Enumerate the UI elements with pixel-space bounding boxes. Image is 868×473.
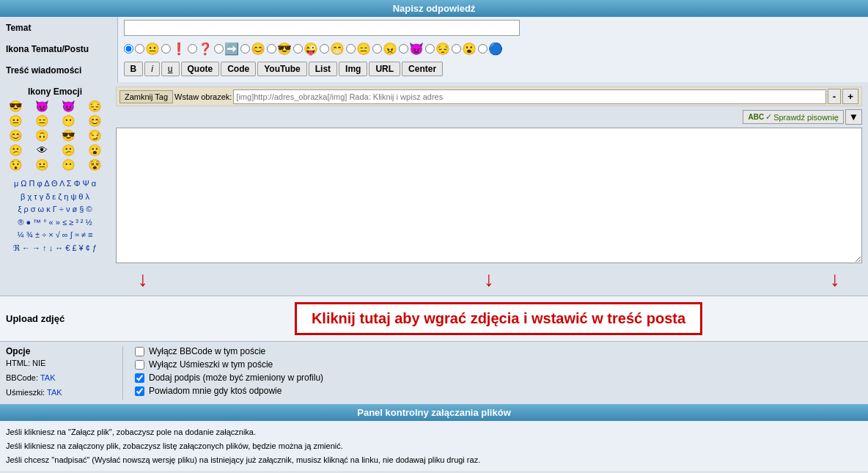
html-label: HTML: <box>6 359 30 367</box>
post-icon-5: 😊 <box>251 42 265 56</box>
smilies-value-link[interactable]: TAK <box>47 388 62 397</box>
message-textarea[interactable] <box>116 128 862 263</box>
icon-radio-4[interactable]: ➡️ <box>214 42 239 56</box>
emoji-grid: 😎 😈 😈 😔 😐 😑 😶 😊 😊 🙃 😎 😏 😕 👁 😕 😮 😯 😐 😶 <box>3 100 107 172</box>
emoji-20[interactable]: 😵 <box>82 158 107 172</box>
underline-button[interactable]: u <box>161 62 180 76</box>
emoji-18[interactable]: 😐 <box>29 158 54 172</box>
youtube-button[interactable]: YouTube <box>257 62 307 76</box>
icon-radio-12[interactable]: 😔 <box>425 42 450 56</box>
list-button[interactable]: List <box>309 62 337 76</box>
emoji-10[interactable]: 🙃 <box>29 129 54 142</box>
icon-cell: 😐 ❗ ❓ ➡️ 😊 😎 😜 😁 😑 😠 😈 😔 😮 🔵 <box>117 39 868 59</box>
option-signature-checkbox[interactable] <box>135 373 144 383</box>
emoji-4[interactable]: 😔 <box>82 100 107 113</box>
close-tag-button[interactable]: Zamknij Tag <box>119 90 173 103</box>
emoji-1[interactable]: 😎 <box>3 100 28 113</box>
icon-radio-14[interactable]: 🔵 <box>478 42 503 56</box>
code-button[interactable]: Code <box>221 62 256 76</box>
icon-radio-1[interactable]: 😐 <box>135 42 160 56</box>
emoji-14[interactable]: 👁 <box>29 144 54 157</box>
options-section: Opcje HTML: NIE BBCode: TAK Uśmieszki: T… <box>0 342 868 404</box>
emoji-12[interactable]: 😏 <box>82 129 107 142</box>
content-label: Treść wiadomości <box>0 59 117 82</box>
img-button[interactable]: Img <box>339 62 367 76</box>
html-value: NIE <box>32 359 45 367</box>
arrow-down-left: ↓ <box>138 268 148 291</box>
subject-label: Temat <box>0 17 117 39</box>
post-icon-11: 😈 <box>409 42 424 56</box>
icon-radio-7[interactable]: 😜 <box>293 42 318 56</box>
emoji-9[interactable]: 😊 <box>3 129 28 142</box>
option-bbcode-checkbox[interactable] <box>135 347 144 356</box>
option-smilies-checkbox[interactable] <box>135 360 144 370</box>
content-cell: B i u Quote Code YouTube List Img URL Ce… <box>117 59 868 82</box>
options-title: Opcje <box>6 346 117 356</box>
icon-radio-8[interactable]: 😁 <box>320 42 345 56</box>
spellcheck-button[interactable]: ABC ✓ Sprawdź pisownię <box>743 110 843 124</box>
post-icon-4: ➡️ <box>224 42 239 56</box>
emoji-3[interactable]: 😈 <box>56 100 81 113</box>
option-smilies-checkbox-label[interactable]: Wyłącz Uśmieszki w tym poście <box>135 359 862 370</box>
emoji-17[interactable]: 😯 <box>3 158 28 172</box>
attachment-info-3: Jeśli chcesz "nadpisać" (Wysłać nowszą w… <box>6 453 862 467</box>
editor-toolbar: B i u Quote Code YouTube List Img URL Ce… <box>124 62 863 76</box>
special-chars: μ Ω Π φ Δ Θ Λ Σ Φ Ψ α β χ τ γ δ ε ζ η ψ … <box>3 177 107 255</box>
emoji-6[interactable]: 😑 <box>29 114 54 128</box>
post-icon-10: 😠 <box>383 42 397 56</box>
arrow-right: ↓ <box>830 268 840 291</box>
arrow-down-center: ↓ <box>484 268 494 291</box>
spellcheck-row: ABC ✓ Sprawdź pisownię ▼ <box>116 109 862 125</box>
url-button[interactable]: URL <box>369 62 400 76</box>
center-button[interactable]: Center <box>402 62 443 76</box>
icon-radio-6[interactable]: 😎 <box>267 42 292 56</box>
option-bbcode-checkbox-label[interactable]: Wyłącz BBCode w tym poście <box>135 346 862 356</box>
icon-radio-11[interactable]: 😈 <box>399 42 424 56</box>
icon-radio-9[interactable]: 😑 <box>346 42 371 56</box>
icon-radio-10[interactable]: 😠 <box>372 42 397 56</box>
icon-radio-5[interactable]: 😊 <box>240 42 265 56</box>
minus-button[interactable]: - <box>828 89 841 104</box>
emoji-2[interactable]: 😈 <box>29 100 54 113</box>
attachment-info: Jeśli klikniesz na "Załącz plik", zobacz… <box>0 421 868 471</box>
img-url-input[interactable] <box>233 89 825 104</box>
emoji-7[interactable]: 😶 <box>56 114 81 128</box>
plus-button[interactable]: + <box>842 89 858 104</box>
icon-radio-13[interactable]: 😮 <box>452 42 477 56</box>
emoji-11[interactable]: 😎 <box>56 129 81 142</box>
img-tag-row: Zamknij Tag Wstaw obrazek: - + <box>116 87 862 106</box>
upload-section: Upload zdjęć Kliknij tutaj aby wgrać zdj… <box>0 296 868 342</box>
subject-input[interactable] <box>124 20 520 36</box>
emoji-panel-title: Ikony Emocji <box>3 87 107 97</box>
attachment-info-1: Jeśli klikniesz na "Załącz plik", zobacz… <box>6 425 862 439</box>
italic-button[interactable]: i <box>144 62 160 76</box>
attachment-title: Panel kontrolny załączania plików <box>0 404 868 421</box>
post-icon-2: ❗ <box>172 42 186 56</box>
emoji-5[interactable]: 😐 <box>3 114 28 128</box>
emoji-13[interactable]: 😕 <box>3 144 28 157</box>
quote-button[interactable]: Quote <box>181 62 220 76</box>
emoji-19[interactable]: 😶 <box>56 158 81 172</box>
emoji-panel: Ikony Emocji 😎 😈 😈 😔 😐 😑 😶 😊 😊 🙃 😎 😏 😕 👁… <box>0 84 110 294</box>
form-table: Temat Ikona Tematu/Postu 😐 ❗ ❓ ➡️ 😊 😎 😜 <box>0 17 868 82</box>
option-signature-checkbox-label[interactable]: Dodaj podpis (może być zmieniony w profi… <box>135 373 862 383</box>
post-icon-9: 😑 <box>356 42 371 56</box>
emoji-15[interactable]: 😕 <box>56 144 81 157</box>
emoji-16[interactable]: 😮 <box>82 144 107 157</box>
post-icon-3: ❓ <box>198 42 213 56</box>
emoji-8[interactable]: 😊 <box>82 114 107 128</box>
post-icon-8: 😁 <box>330 42 345 56</box>
option-notify-checkbox-label[interactable]: Powiadom mnie gdy ktoś odpowie <box>135 386 862 396</box>
icon-radio-default[interactable] <box>124 44 133 54</box>
abc-icon: ABC <box>748 113 764 121</box>
bold-button[interactable]: B <box>124 62 144 76</box>
page-title: Napisz odpowiedź <box>0 0 868 17</box>
bbcode-label: BBCode: <box>6 373 38 382</box>
post-icon-6: 😎 <box>277 42 292 56</box>
icon-radio-2[interactable]: ❗ <box>161 42 186 56</box>
bbcode-value-link[interactable]: TAK <box>40 373 56 382</box>
option-notify-checkbox[interactable] <box>135 386 144 396</box>
spellcheck-dropdown-button[interactable]: ▼ <box>845 109 862 125</box>
upload-cta-button[interactable]: Kliknij tutaj aby wgrać zdjęcia i wstawi… <box>295 302 702 335</box>
icon-radio-3[interactable]: ❓ <box>188 42 213 56</box>
